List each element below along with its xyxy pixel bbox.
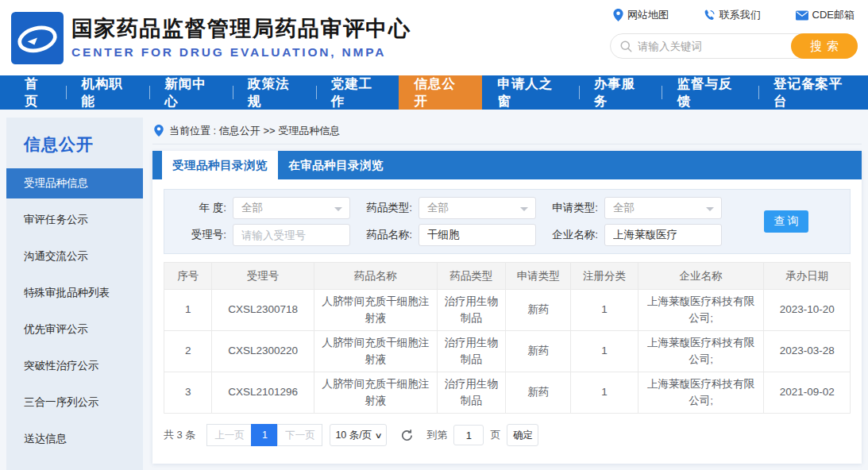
nav-item-registration-platform[interactable]: 登记备案平台 [758, 75, 868, 110]
chevron-down-icon [334, 207, 342, 211]
envelope-icon [796, 10, 808, 21]
sidebar-item-priority-review[interactable]: 优先审评公示 [6, 311, 143, 348]
drug-type-label: 药品类型: [350, 201, 419, 215]
filter-row-2: 受理号: 药品名称: 企业名称: [164, 224, 850, 246]
breadcrumb: 当前位置 : 信息公开 >> 受理品种信息 [152, 118, 862, 144]
nav-item-applicant[interactable]: 申请人之窗 [482, 75, 578, 110]
col-reg-class: 注册分类 [571, 263, 638, 290]
pagination: 共 3 条 上一页 1 下一页 10 条/页 ∨ 到第 [164, 424, 851, 446]
tab-accepted-catalog[interactable]: 受理品种目录浏览 [162, 151, 278, 179]
chevron-down-icon [520, 207, 528, 211]
nav-item-supervision[interactable]: 监督与反馈 [662, 75, 758, 110]
site-title: 国家药品监督管理局药品审评中心 [71, 16, 411, 43]
col-apply-type: 申请类型 [505, 263, 570, 290]
next-page-button[interactable]: 下一页 [277, 424, 322, 446]
quick-links: 网站地图 联系我们 CDE邮箱 [610, 8, 858, 22]
query-button[interactable]: 查询 [764, 210, 808, 233]
sidebar-item-review-tasks[interactable]: 审评任务公示 [6, 202, 143, 238]
col-index: 序号 [164, 263, 212, 290]
col-drug-type: 药品类型 [437, 263, 505, 290]
sidebar-item-accepted-varieties[interactable]: 受理品种信息 [6, 168, 143, 198]
brand-block: 国家药品监督管理局药品审评中心 CENTER FOR DRUG EVALUATI… [71, 16, 411, 60]
header-right: 网站地图 联系我们 CDE邮箱 搜索 [610, 8, 858, 59]
nav-item-functions[interactable]: 机构职能 [66, 75, 149, 110]
sidebar-title: 信息公开 [6, 118, 143, 168]
cde-logo-icon [11, 12, 64, 64]
phone-icon [704, 10, 716, 21]
search-bar: 搜索 [610, 33, 858, 59]
search-button[interactable]: 搜索 [791, 33, 858, 59]
company-input[interactable] [613, 225, 713, 245]
nav-item-home[interactable]: 首页 [10, 75, 66, 110]
contact-link[interactable]: 联系我们 [704, 8, 761, 22]
sidebar-item-delivery-info[interactable]: 送达信息 [6, 421, 143, 457]
content-panel: 受理品种目录浏览 在审品种目录浏览 年 度: 全部 药品类型: 全部 [152, 151, 862, 464]
nav-item-info-disclosure[interactable]: 信息公开 [399, 75, 482, 110]
total-count: 共 3 条 [164, 428, 195, 442]
page-size-select[interactable]: 10 条/页 ∨ [330, 424, 387, 446]
filter-row-1: 年 度: 全部 药品类型: 全部 申请类型: 全部 [164, 197, 850, 219]
company-label: 企业名称: [536, 228, 604, 242]
location-pin-icon [154, 125, 164, 137]
pager-group: 上一页 1 下一页 [206, 424, 322, 446]
apply-type-select[interactable]: 全部 [604, 197, 722, 219]
main-content: 当前位置 : 信息公开 >> 受理品种信息 受理品种目录浏览 在审品种目录浏览 … [152, 118, 862, 470]
location-pin-icon [613, 9, 623, 21]
year-select[interactable]: 全部 [233, 197, 350, 219]
year-label: 年 度: [164, 201, 233, 215]
nav-item-news[interactable]: 新闻中心 [149, 75, 233, 110]
nav-item-services[interactable]: 办事服务 [579, 75, 662, 110]
goto-page-input[interactable] [453, 425, 484, 445]
goto-page: 到第 页 确定 [426, 424, 538, 446]
nav-item-policies[interactable]: 政策法规 [233, 75, 316, 110]
table-row: 2 CXSL2300220 人脐带间充质干细胞注射液 治疗用生物制品 新药 1 … [164, 331, 851, 372]
goto-suffix: 页 [490, 428, 500, 442]
mailbox-link[interactable]: CDE邮箱 [796, 8, 854, 22]
drug-name-label: 药品名称: [350, 228, 419, 242]
breadcrumb-text: 当前位置 : 信息公开 >> 受理品种信息 [169, 124, 340, 138]
sidebar-item-special-approval[interactable]: 特殊审批品种列表 [6, 275, 143, 311]
results-table: 序号 受理号 药品名称 药品类型 申请类型 注册分类 企业名称 承办日期 1 [164, 262, 851, 414]
acceptance-no-field-wrap [233, 224, 350, 246]
goto-prefix: 到第 [426, 428, 447, 442]
company-field-wrap [604, 224, 722, 246]
drug-type-select[interactable]: 全部 [419, 197, 536, 219]
table-row: 1 CXSL2300718 人脐带间充质干细胞注射液 治疗用生物制品 新药 1 … [164, 290, 851, 331]
sidebar-item-communication[interactable]: 沟通交流公示 [6, 238, 143, 275]
sidebar: 信息公开 受理品种信息 审评任务公示 沟通交流公示 特殊审批品种列表 优先审评公… [6, 118, 143, 470]
col-date: 承办日期 [764, 263, 851, 290]
refresh-icon[interactable] [400, 429, 414, 442]
site-header: 国家药品监督管理局药品审评中心 CENTER FOR DRUG EVALUATI… [0, 0, 868, 75]
table-header-row: 序号 受理号 药品名称 药品类型 申请类型 注册分类 企业名称 承办日期 [164, 263, 851, 290]
sidebar-item-breakthrough-therapy[interactable]: 突破性治疗公示 [6, 348, 143, 384]
search-icon [620, 40, 632, 52]
chevron-down-icon [706, 207, 714, 211]
col-company: 企业名称 [638, 263, 764, 290]
sitemap-link[interactable]: 网站地图 [613, 8, 669, 22]
drug-name-field-wrap [419, 224, 536, 246]
acceptance-no-input[interactable] [241, 225, 341, 245]
prev-page-button[interactable]: 上一页 [206, 424, 252, 446]
col-drug-name: 药品名称 [314, 263, 437, 290]
page-body: 信息公开 受理品种信息 审评任务公示 沟通交流公示 特殊审批品种列表 优先审评公… [0, 110, 868, 470]
page-number-button[interactable]: 1 [251, 424, 278, 446]
sidebar-item-three-in-one[interactable]: 三合一序列公示 [6, 384, 143, 421]
site-subtitle: CENTER FOR DRUG EVALUATION, NMPA [71, 45, 411, 60]
col-acceptance-no: 受理号 [212, 263, 314, 290]
apply-type-label: 申请类型: [536, 201, 604, 215]
acceptance-no-label: 受理号: [164, 228, 233, 242]
chevron-down-icon: ∨ [375, 431, 383, 440]
filter-box: 年 度: 全部 药品类型: 全部 申请类型: 全部 [164, 189, 851, 254]
panel-inner: 年 度: 全部 药品类型: 全部 申请类型: 全部 [152, 179, 862, 464]
main-nav: 首页 机构职能 新闻中心 政策法规 党建工作 信息公开 申请人之窗 办事服务 监… [0, 75, 868, 110]
table-row: 3 CXSL2101296 人脐带间充质干细胞注射液 治疗用生物制品 新药 1 … [164, 372, 851, 414]
tab-bar: 受理品种目录浏览 在审品种目录浏览 [152, 151, 862, 179]
sidebar-item-common-issues[interactable]: 共性问题 [6, 457, 143, 470]
confirm-button[interactable]: 确定 [507, 424, 538, 446]
drug-name-input[interactable] [427, 225, 527, 245]
tab-under-review-catalog[interactable]: 在审品种目录浏览 [278, 151, 394, 179]
nav-item-party[interactable]: 党建工作 [316, 75, 399, 110]
